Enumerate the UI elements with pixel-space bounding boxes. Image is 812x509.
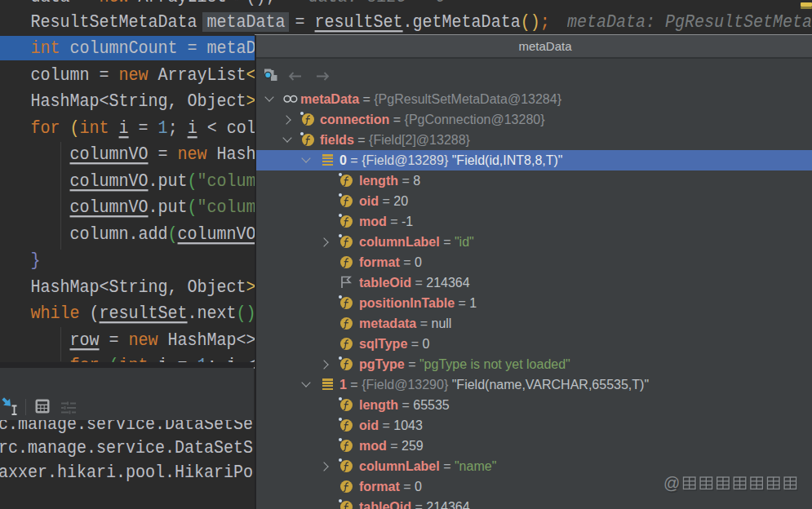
svg-text:@: @ (663, 474, 680, 492)
